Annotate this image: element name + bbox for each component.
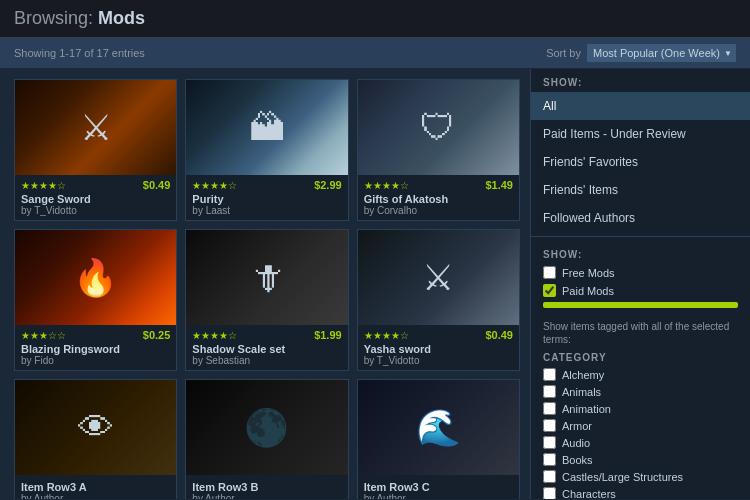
- filter-option-friends-favorites[interactable]: Friends' Favorites: [531, 148, 750, 176]
- item-author: by Author: [192, 493, 341, 499]
- filter-option-paid-review[interactable]: Paid Items - Under Review: [531, 120, 750, 148]
- category-checkbox-animation[interactable]: [543, 402, 556, 415]
- item-card[interactable]: 🔥 ★★★☆☆ $0.25 Blazing Ringsword by Fido: [14, 229, 177, 371]
- category-item-animation: Animation: [543, 402, 738, 415]
- item-card[interactable]: ⚔ ★★★★☆ $0.49 Sange Sword by T_Vidotto: [14, 79, 177, 221]
- item-card[interactable]: ⚔ ★★★★☆ $0.49 Yasha sword by T_Vidotto: [357, 229, 520, 371]
- category-label-animals: Animals: [562, 386, 601, 398]
- category-item-armor: Armor: [543, 419, 738, 432]
- item-author: by Author: [364, 493, 513, 499]
- item-image-icon: 👁: [15, 380, 176, 475]
- item-price-stars: ★★★☆☆ $0.25: [21, 329, 170, 341]
- item-price: $0.25: [143, 329, 171, 341]
- filter-option-followed-authors[interactable]: Followed Authors: [531, 204, 750, 232]
- item-image-icon: ⚔: [358, 230, 519, 325]
- item-name: Blazing Ringsword: [21, 343, 170, 355]
- category-checkbox-castles[interactable]: [543, 470, 556, 483]
- category-checkbox-books[interactable]: [543, 453, 556, 466]
- category-label-animation: Animation: [562, 403, 611, 415]
- category-label-audio: Audio: [562, 437, 590, 449]
- item-name: Yasha sword: [364, 343, 513, 355]
- item-card[interactable]: 🛡 ★★★★☆ $1.49 Gifts of Akatosh by Corval…: [357, 79, 520, 221]
- category-checkbox-characters[interactable]: [543, 487, 556, 499]
- item-image-icon: 🌊: [358, 380, 519, 475]
- item-price-stars: ★★★★☆ $1.49: [364, 179, 513, 191]
- item-thumbnail: 🌑: [186, 380, 347, 475]
- item-image-icon: 🛡: [358, 80, 519, 175]
- item-stars: ★★★☆☆: [21, 330, 66, 341]
- category-item-alchemy: Alchemy: [543, 368, 738, 381]
- item-image-icon: 🔥: [15, 230, 176, 325]
- item-thumbnail: ⚔: [15, 80, 176, 175]
- item-image-icon: 🗡: [186, 230, 347, 325]
- item-image-icon: 🏔: [186, 80, 347, 175]
- category-label-alchemy: Alchemy: [562, 369, 604, 381]
- sidebar: SHOW: AllPaid Items - Under ReviewFriend…: [530, 69, 750, 499]
- item-name: Item Row3 A: [21, 481, 170, 493]
- item-meta: Item Row3 C by Author: [358, 475, 519, 499]
- category-item-audio: Audio: [543, 436, 738, 449]
- category-section: CATEGORY Alchemy Animals Animation Armor…: [531, 352, 750, 499]
- category-checkbox-armor[interactable]: [543, 419, 556, 432]
- item-meta: ★★★★☆ $2.99 Purity by Laast: [186, 175, 347, 220]
- item-price: $0.49: [485, 329, 513, 341]
- item-author: by Corvalho: [364, 205, 513, 216]
- item-stars: ★★★★☆: [192, 180, 237, 191]
- filter-option-all[interactable]: All: [531, 92, 750, 120]
- item-thumbnail: 🔥: [15, 230, 176, 325]
- item-price-stars: ★★★★☆ $1.99: [192, 329, 341, 341]
- item-meta: ★★★★☆ $0.49 Sange Sword by T_Vidotto: [15, 175, 176, 220]
- filter-divider-1: [531, 236, 750, 237]
- sort-label: Sort by: [546, 47, 581, 59]
- item-author: by Author: [21, 493, 170, 499]
- item-thumbnail: 🏔: [186, 80, 347, 175]
- item-meta: ★★★★☆ $1.99 Shadow Scale set by Sebastia…: [186, 325, 347, 370]
- item-image-icon: 🌑: [186, 380, 347, 475]
- category-label-books: Books: [562, 454, 593, 466]
- item-price: $1.49: [485, 179, 513, 191]
- item-meta: ★★★★☆ $1.49 Gifts of Akatosh by Corvalho: [358, 175, 519, 220]
- category-checkbox-animals[interactable]: [543, 385, 556, 398]
- section-name: Mods: [98, 8, 145, 28]
- item-stars: ★★★★☆: [21, 180, 66, 191]
- item-name: Purity: [192, 193, 341, 205]
- main-layout: ⚔ ★★★★☆ $0.49 Sange Sword by T_Vidotto 🏔…: [0, 69, 750, 499]
- category-label: CATEGORY: [543, 352, 738, 363]
- item-card[interactable]: 🏔 ★★★★☆ $2.99 Purity by Laast: [185, 79, 348, 221]
- item-card[interactable]: 🗡 ★★★★☆ $1.99 Shadow Scale set by Sebast…: [185, 229, 348, 371]
- items-grid: ⚔ ★★★★☆ $0.49 Sange Sword by T_Vidotto 🏔…: [14, 79, 520, 499]
- sort-dropdown-wrapper[interactable]: Most Popular (One Week): [587, 44, 736, 62]
- category-label-castles: Castles/Large Structures: [562, 471, 683, 483]
- page-title: Browsing: Mods: [14, 8, 736, 29]
- item-author: by Fido: [21, 355, 170, 366]
- items-grid-area: ⚔ ★★★★☆ $0.49 Sange Sword by T_Vidotto 🏔…: [0, 69, 530, 499]
- category-item-animals: Animals: [543, 385, 738, 398]
- item-author: by Laast: [192, 205, 341, 216]
- item-price-stars: ★★★★☆ $0.49: [364, 329, 513, 341]
- item-card[interactable]: 👁 Item Row3 A by Author: [14, 379, 177, 499]
- free-mods-row: Free Mods: [543, 266, 738, 279]
- page-header: Browsing: Mods: [0, 0, 750, 38]
- item-name: Sange Sword: [21, 193, 170, 205]
- filter-list: AllPaid Items - Under ReviewFriends' Fav…: [531, 92, 750, 232]
- item-name: Item Row3 C: [364, 481, 513, 493]
- item-meta: Item Row3 B by Author: [186, 475, 347, 499]
- category-item-castles: Castles/Large Structures: [543, 470, 738, 483]
- item-stars: ★★★★☆: [364, 330, 409, 341]
- item-card[interactable]: 🌊 Item Row3 C by Author: [357, 379, 520, 499]
- free-mods-checkbox[interactable]: [543, 266, 556, 279]
- item-meta: ★★★☆☆ $0.25 Blazing Ringsword by Fido: [15, 325, 176, 370]
- paid-mods-checkbox[interactable]: [543, 284, 556, 297]
- category-label-characters: Characters: [562, 488, 616, 500]
- category-item-characters: Characters: [543, 487, 738, 499]
- category-checkbox-audio[interactable]: [543, 436, 556, 449]
- item-author: by T_Vidotto: [364, 355, 513, 366]
- item-card[interactable]: 🌑 Item Row3 B by Author: [185, 379, 348, 499]
- item-thumbnail: ⚔: [358, 230, 519, 325]
- category-checkbox-alchemy[interactable]: [543, 368, 556, 381]
- show-checkboxes-section: SHOW: Free Mods Paid Mods: [531, 241, 750, 316]
- filter-option-friends-items[interactable]: Friends' Items: [531, 176, 750, 204]
- sort-select[interactable]: Most Popular (One Week): [587, 44, 736, 62]
- item-thumbnail: 🌊: [358, 380, 519, 475]
- paid-mods-bar: [543, 302, 738, 308]
